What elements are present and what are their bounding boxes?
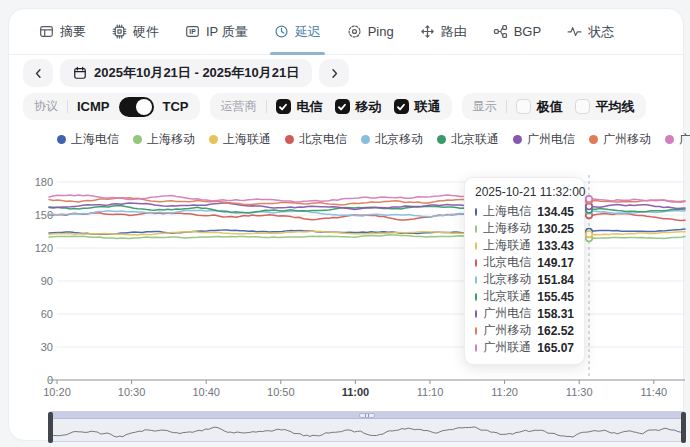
legend-item-上海移动[interactable]: 上海移动 xyxy=(133,131,195,148)
tab-BGP[interactable]: BGP xyxy=(493,9,541,54)
display-filter-group: 显示 极值平均线 xyxy=(462,93,646,120)
svg-text:10:40: 10:40 xyxy=(192,386,220,398)
display-options: 极值平均线 xyxy=(516,98,635,116)
series-dot-icon xyxy=(475,344,477,352)
series-dot-icon xyxy=(475,327,477,335)
display-checkbox-平均线[interactable]: 平均线 xyxy=(575,98,635,116)
datazoom-left-handle[interactable] xyxy=(48,412,53,443)
tab-摘要[interactable]: 摘要 xyxy=(39,9,86,54)
legend-item-北京联通[interactable]: 北京联通 xyxy=(437,131,499,148)
datazoom-right-handle[interactable] xyxy=(681,412,686,443)
tooltip-row-北京电信: 北京电信149.17 xyxy=(475,254,574,271)
svg-text:10:20: 10:20 xyxy=(43,386,71,398)
clock-icon xyxy=(274,24,289,39)
svg-text:60: 60 xyxy=(41,308,53,320)
legend-item-北京电信[interactable]: 北京电信 xyxy=(285,131,347,148)
protocol-tcp-label[interactable]: TCP xyxy=(163,99,189,114)
tooltip-series-value: 155.45 xyxy=(537,290,574,304)
route-icon xyxy=(420,24,435,39)
protocol-group-label: 协议 xyxy=(34,98,58,115)
checkbox-unchecked-icon xyxy=(575,99,590,114)
legend-dot-icon xyxy=(361,135,370,144)
checkbox-checked-icon xyxy=(394,99,409,114)
series-dot-icon xyxy=(475,208,477,216)
option-label: 移动 xyxy=(356,98,382,116)
svg-text:90: 90 xyxy=(41,275,53,287)
tab-Ping[interactable]: Ping xyxy=(347,9,394,54)
next-day-button[interactable] xyxy=(319,59,349,87)
tab-延迟[interactable]: 延迟 xyxy=(274,9,321,54)
top-tab-bar: 摘要硬件IPIP 质量延迟Ping路由BGP状态 xyxy=(9,9,683,55)
activity-icon xyxy=(567,24,582,39)
display-group-label: 显示 xyxy=(473,98,497,115)
protocol-toggle[interactable] xyxy=(119,97,154,117)
protocol-icmp-label[interactable]: ICMP xyxy=(77,99,110,114)
latency-panel-card: 摘要硬件IPIP 质量延迟Ping路由BGP状态 2025年10月21日 - 2… xyxy=(8,8,684,441)
tooltip-series-name: 上海联通 xyxy=(483,237,531,254)
tooltip-row-上海移动: 上海移动130.25 xyxy=(475,220,574,237)
carrier-filter-group: 运营商 电信移动联通 xyxy=(210,93,452,120)
tooltip-series-name: 上海移动 xyxy=(483,220,531,237)
tooltip-row-上海联通: 上海联通133.43 xyxy=(475,237,574,254)
tooltip-series-name: 广州移动 xyxy=(483,322,531,339)
divider xyxy=(506,100,507,113)
tab-label: 延迟 xyxy=(295,23,321,41)
ip-badge-icon: IP xyxy=(185,24,200,39)
datazoom-grip-icon[interactable] xyxy=(359,413,375,418)
tab-硬件[interactable]: 硬件 xyxy=(112,9,159,54)
tab-ip-quality[interactable]: IPIP 质量 xyxy=(185,9,248,54)
svg-text:11:00: 11:00 xyxy=(342,386,370,398)
tab-label: 摘要 xyxy=(60,23,86,41)
toggle-knob xyxy=(136,99,152,115)
tooltip-row-广州移动: 广州移动162.52 xyxy=(475,322,574,339)
legend-dot-icon xyxy=(665,135,674,144)
legend-item-广州移动[interactable]: 广州移动 xyxy=(589,131,651,148)
carrier-checkbox-联通[interactable]: 联通 xyxy=(394,98,441,116)
tooltip-row-北京联通: 北京联通155.45 xyxy=(475,288,574,305)
display-checkbox-极值[interactable]: 极值 xyxy=(516,98,563,116)
legend-label: 上海电信 xyxy=(71,131,119,148)
datazoom-preview xyxy=(50,419,684,447)
tab-label: BGP xyxy=(514,24,541,39)
date-range-picker[interactable]: 2025年10月21日 - 2025年10月21日 xyxy=(60,59,312,87)
tooltip-series-value: 158.31 xyxy=(537,307,574,321)
tooltip-series-name: 北京联通 xyxy=(483,288,531,305)
hover-marker-icon xyxy=(586,196,592,202)
legend-item-广州联通[interactable]: 广州联通 xyxy=(665,131,690,148)
legend-item-北京移动[interactable]: 北京移动 xyxy=(361,131,423,148)
protocol-filter-group: 协议 ICMP TCP xyxy=(23,93,200,120)
tooltip-series-name: 广州联通 xyxy=(483,339,531,356)
legend-dot-icon xyxy=(513,135,522,144)
legend-label: 广州电信 xyxy=(527,131,575,148)
tab-状态[interactable]: 状态 xyxy=(567,9,614,54)
hover-marker-icon xyxy=(586,231,592,237)
tab-路由[interactable]: 路由 xyxy=(420,9,467,54)
tooltip-row-北京移动: 北京移动151.84 xyxy=(475,271,574,288)
legend-item-上海电信[interactable]: 上海电信 xyxy=(57,131,119,148)
svg-text:30: 30 xyxy=(41,341,53,353)
series-dot-icon xyxy=(475,259,477,267)
prev-day-button[interactable] xyxy=(23,59,53,87)
divider xyxy=(266,100,267,113)
legend-dot-icon xyxy=(209,135,218,144)
carrier-group-label: 运营商 xyxy=(221,98,257,115)
legend-item-上海联通[interactable]: 上海联通 xyxy=(209,131,271,148)
tooltip-series-value: 162.52 xyxy=(537,324,574,338)
latency-line-chart[interactable]: 030609012015018010:2010:3010:4010:5011:0… xyxy=(9,159,690,407)
chart-legend: 上海电信上海移动上海联通北京电信北京移动北京联通广州电信广州移动广州联通 xyxy=(57,131,690,148)
carrier-checkbox-移动[interactable]: 移动 xyxy=(335,98,382,116)
tooltip-series-value: 165.07 xyxy=(537,341,574,355)
series-dot-icon xyxy=(475,276,477,284)
option-label: 电信 xyxy=(297,98,323,116)
legend-item-广州电信[interactable]: 广州电信 xyxy=(513,131,575,148)
carrier-checkbox-电信[interactable]: 电信 xyxy=(276,98,323,116)
tooltip-series-value: 149.17 xyxy=(537,256,574,270)
tooltip-series-name: 北京电信 xyxy=(483,254,531,271)
tab-label: Ping xyxy=(368,24,394,39)
date-range-label: 2025年10月21日 - 2025年10月21日 xyxy=(94,64,299,82)
datazoom-slider[interactable] xyxy=(49,411,685,442)
option-label: 极值 xyxy=(537,98,563,116)
option-label: 联通 xyxy=(415,98,441,116)
legend-dot-icon xyxy=(589,135,598,144)
svg-text:11:40: 11:40 xyxy=(640,386,667,398)
